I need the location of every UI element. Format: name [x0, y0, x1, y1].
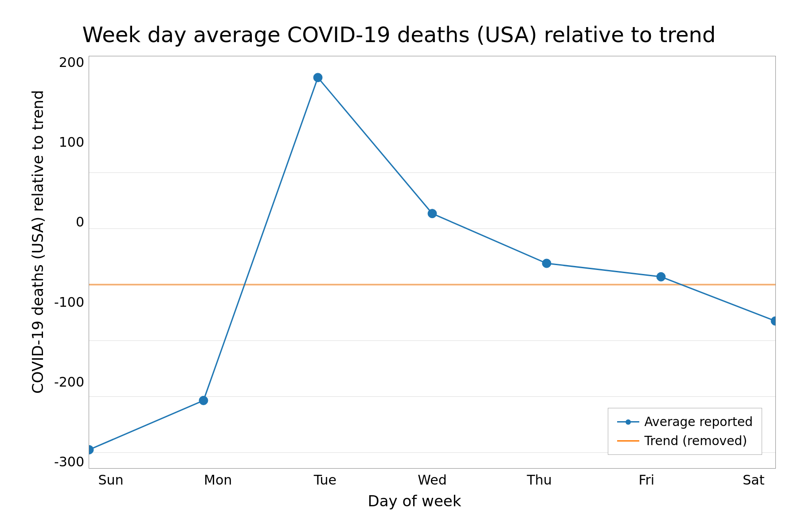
svg-point-13: [771, 317, 775, 325]
chart-title: Week day average COVID-19 deaths (USA) r…: [82, 22, 716, 47]
svg-point-11: [542, 259, 551, 268]
svg-point-10: [428, 209, 437, 218]
svg-point-12: [657, 272, 665, 281]
x-tick-label: Mon: [196, 472, 240, 488]
legend-label: Trend (removed): [645, 434, 747, 448]
y-tick-label: -100: [54, 296, 84, 309]
x-axis-labels: SunMonTueWedThuFriSat: [53, 472, 776, 488]
y-axis-label-container: COVID-19 deaths (USA) relative to trend: [22, 56, 53, 510]
y-tick-label: -200: [54, 376, 84, 389]
legend-item: Trend (removed): [617, 434, 753, 448]
x-tick-label: Fri: [624, 472, 669, 488]
y-tick-label: -300: [54, 455, 84, 469]
svg-point-7: [89, 445, 94, 454]
x-tick-label: Sun: [89, 472, 133, 488]
svg-point-9: [313, 73, 322, 82]
chart-area: COVID-19 deaths (USA) relative to trend …: [22, 56, 776, 510]
x-tick-label: Wed: [410, 472, 454, 488]
y-tick-labels: 2001000-100-200-300: [53, 56, 89, 469]
plot-area: Average reportedTrend (removed): [89, 56, 776, 469]
chart-container: Week day average COVID-19 deaths (USA) r…: [22, 22, 776, 510]
legend-label: Average reported: [645, 415, 753, 429]
y-axis-label: COVID-19 deaths (USA) relative to trend: [29, 172, 47, 394]
x-tick-label: Tue: [303, 472, 347, 488]
x-tick-label: Sat: [732, 472, 776, 488]
legend-item: Average reported: [617, 415, 753, 429]
legend-orange-swatch: [617, 440, 639, 442]
x-axis-title: Day of week: [53, 492, 776, 510]
legend: Average reportedTrend (removed): [608, 408, 762, 455]
y-tick-label: 0: [76, 215, 84, 229]
chart-right: 2001000-100-200-300 Average reportedTren…: [53, 56, 776, 510]
plot-and-yaxis: 2001000-100-200-300 Average reportedTren…: [53, 56, 776, 469]
y-tick-label: 200: [59, 56, 84, 69]
x-tick-label: Thu: [517, 472, 562, 488]
legend-blue-swatch: [617, 421, 639, 422]
y-tick-label: 100: [59, 136, 84, 149]
svg-point-8: [199, 396, 208, 405]
